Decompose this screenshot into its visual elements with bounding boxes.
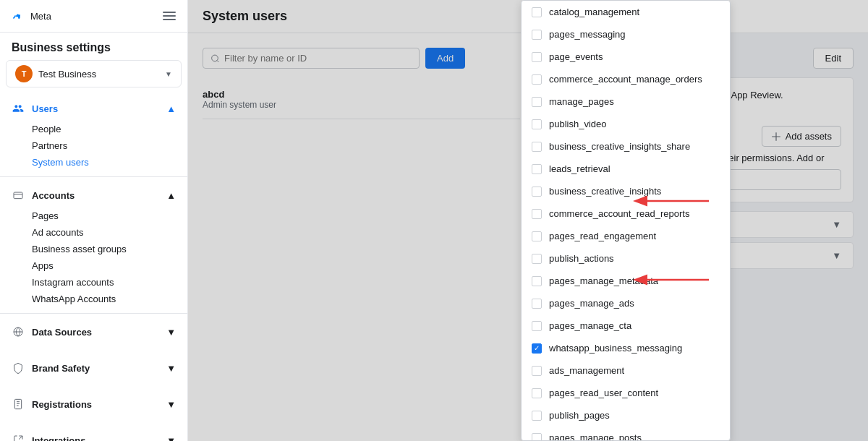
data-sources-nav[interactable]: Data Sources ▼	[0, 320, 187, 344]
sidebar-item-ad-accounts[interactable]: Ad accounts	[0, 224, 187, 241]
data-sources-chevron: ▼	[166, 327, 176, 338]
checkbox-pages_manage_metadata[interactable]	[532, 276, 542, 286]
dropdown-item-pages_manage_posts[interactable]: pages_manage_posts	[522, 427, 730, 440]
svg-rect-0	[14, 192, 22, 199]
users-nav-header[interactable]: Users ▲	[0, 96, 187, 121]
dropdown-item-whatsapp_business_messaging[interactable]: whatsapp_business_messaging	[522, 337, 730, 359]
checkbox-manage_pages[interactable]	[532, 97, 542, 107]
dropdown-item-business_creative_insights_share[interactable]: business_creative_insights_share	[522, 135, 730, 158]
registrations-nav[interactable]: Registrations ▼	[0, 392, 187, 416]
dropdown-item-page_events[interactable]: page_events	[522, 46, 730, 68]
business-settings-title: Business settings	[0, 33, 187, 57]
dropdown-item-publish_actions[interactable]: publish_actions	[522, 247, 730, 270]
checkbox-pages_messaging[interactable]	[532, 30, 542, 40]
business-selector[interactable]: T Test Business ▼	[6, 60, 182, 87]
integrations-nav[interactable]: Integrations ▼	[0, 428, 187, 441]
brand-safety-icon	[12, 361, 25, 374]
main-content: System users Add abcd Admin system user	[188, 0, 868, 441]
label-manage_pages: manage_pages	[549, 96, 720, 107]
checkbox-ads_management[interactable]	[532, 366, 542, 376]
integrations-section: Integrations ▼	[0, 422, 187, 441]
label-commerce_account_read_reports: commerce_account_read_reports	[549, 208, 720, 219]
dropdown-item-pages_manage_metadata[interactable]: pages_manage_metadata	[522, 270, 730, 292]
sidebar-item-whatsapp-accounts[interactable]: WhatsApp Accounts	[0, 291, 187, 307]
integrations-chevron: ▼	[166, 435, 176, 442]
sidebar-item-business-asset-groups[interactable]: Business asset groups	[0, 241, 187, 257]
users-nav-section: Users ▲ People Partners System users	[0, 90, 187, 176]
checkbox-pages_read_engagement[interactable]	[532, 231, 542, 241]
sidebar-item-pages[interactable]: Pages	[0, 207, 187, 224]
checkbox-pages_manage_cta[interactable]	[532, 321, 542, 331]
checkbox-publish_actions[interactable]	[532, 254, 542, 264]
label-whatsapp_business_messaging: whatsapp_business_messaging	[549, 343, 720, 354]
dropdown-item-commerce_account_manage_orders[interactable]: commerce_account_manage_orders	[522, 68, 730, 90]
dropdown-item-publish_pages[interactable]: publish_pages	[522, 404, 730, 427]
sidebar-item-people[interactable]: People	[0, 121, 187, 137]
checkbox-commerce_account_manage_orders[interactable]	[532, 74, 542, 85]
checkbox-publish_pages[interactable]	[532, 411, 542, 421]
accounts-label: Accounts	[32, 190, 75, 201]
accounts-nav-header[interactable]: Accounts ▲	[0, 183, 187, 207]
registrations-label: Registrations	[32, 399, 92, 410]
users-icon	[12, 102, 25, 115]
label-leads_retrieval: leads_retrieval	[549, 163, 720, 174]
dropdown-list: catalog_managementpages_messagingpage_ev…	[522, 1, 730, 440]
dropdown-item-pages_read_engagement[interactable]: pages_read_engagement	[522, 225, 730, 247]
dropdown-item-business_creative_insights[interactable]: business_creative_insights	[522, 180, 730, 202]
label-ads_management: ads_management	[549, 365, 720, 376]
meta-text: Meta	[30, 11, 51, 22]
brand-safety-nav[interactable]: Brand Safety ▼	[0, 356, 187, 380]
label-pages_read_user_content: pages_read_user_content	[549, 388, 720, 398]
svg-rect-2	[14, 399, 21, 408]
checkbox-catalog_management[interactable]	[532, 7, 542, 17]
users-chevron: ▲	[166, 103, 176, 114]
registrations-section: Registrations ▼	[0, 386, 187, 422]
label-business_creative_insights_share: business_creative_insights_share	[549, 141, 720, 152]
sidebar-item-instagram-accounts[interactable]: Instagram accounts	[0, 274, 187, 291]
checkbox-publish_video[interactable]	[532, 119, 542, 129]
sidebar-item-apps[interactable]: Apps	[0, 257, 187, 274]
sidebar: Meta Business settings T Test Business ▼…	[0, 0, 188, 441]
dropdown-item-manage_pages[interactable]: manage_pages	[522, 90, 730, 113]
data-sources-icon	[12, 325, 25, 338]
checkbox-business_creative_insights[interactable]	[532, 187, 542, 197]
checkbox-whatsapp_business_messaging[interactable]	[532, 343, 542, 354]
checkbox-pages_manage_ads[interactable]	[532, 299, 542, 309]
label-pages_manage_cta: pages_manage_cta	[549, 320, 720, 331]
label-publish_actions: publish_actions	[549, 253, 720, 264]
label-pages_read_engagement: pages_read_engagement	[549, 231, 720, 241]
label-page_events: page_events	[549, 51, 720, 62]
dropdown-item-pages_read_user_content[interactable]: pages_read_user_content	[522, 382, 730, 404]
integrations-label: Integrations	[32, 435, 85, 442]
dropdown-item-publish_video[interactable]: publish_video	[522, 113, 730, 135]
registrations-icon	[12, 398, 25, 411]
label-pages_manage_ads: pages_manage_ads	[549, 298, 720, 309]
dropdown-item-commerce_account_read_reports[interactable]: commerce_account_read_reports	[522, 202, 730, 225]
label-commerce_account_manage_orders: commerce_account_manage_orders	[549, 74, 720, 85]
sidebar-item-system-users[interactable]: System users	[0, 154, 187, 171]
label-pages_messaging: pages_messaging	[549, 29, 720, 40]
integrations-icon	[12, 434, 25, 441]
dropdown-item-pages_messaging[interactable]: pages_messaging	[522, 23, 730, 46]
sidebar-header: Meta	[0, 0, 187, 33]
dropdown-item-pages_manage_cta[interactable]: pages_manage_cta	[522, 314, 730, 337]
data-sources-label: Data Sources	[32, 327, 92, 338]
dropdown-item-catalog_management[interactable]: catalog_management	[522, 1, 730, 23]
business-name: Test Business	[38, 69, 159, 80]
dropdown-item-pages_manage_ads[interactable]: pages_manage_ads	[522, 292, 730, 314]
checkbox-business_creative_insights_share[interactable]	[532, 142, 542, 152]
business-avatar: T	[15, 65, 33, 82]
dropdown-item-ads_management[interactable]: ads_management	[522, 359, 730, 382]
label-pages_manage_metadata: pages_manage_metadata	[549, 275, 720, 286]
sidebar-item-partners[interactable]: Partners	[0, 137, 187, 154]
checkbox-pages_read_user_content[interactable]	[532, 388, 542, 398]
dropdown-item-leads_retrieval[interactable]: leads_retrieval	[522, 158, 730, 180]
checkbox-pages_manage_posts[interactable]	[532, 433, 542, 441]
checkbox-page_events[interactable]	[532, 52, 542, 62]
label-pages_manage_posts: pages_manage_posts	[549, 432, 720, 440]
checkbox-leads_retrieval[interactable]	[532, 164, 542, 174]
checkbox-commerce_account_read_reports[interactable]	[532, 209, 542, 219]
registrations-chevron: ▼	[166, 399, 176, 410]
hamburger-menu[interactable]	[163, 12, 176, 20]
label-publish_video: publish_video	[549, 119, 720, 129]
